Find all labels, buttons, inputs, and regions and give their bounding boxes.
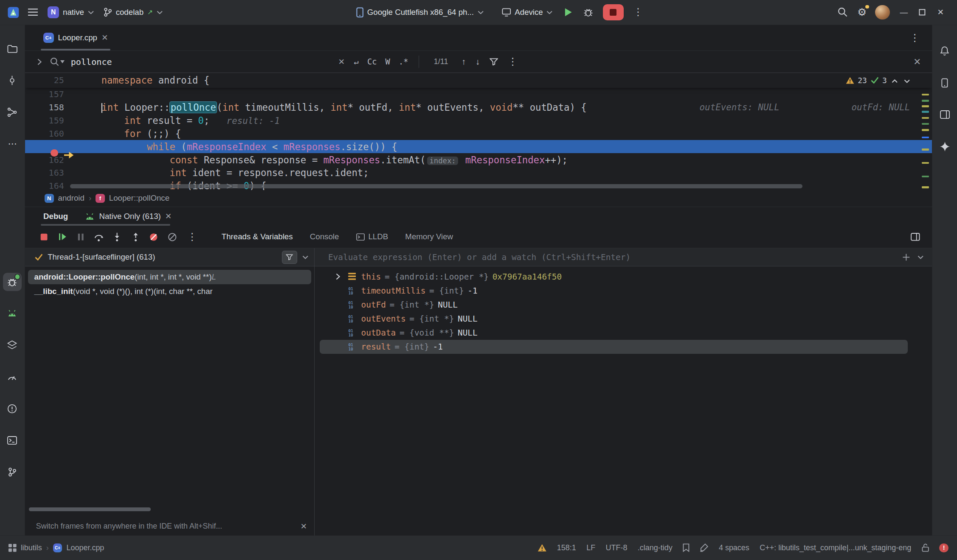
warning-icon[interactable] [538, 544, 547, 552]
cursor-position[interactable]: 158:1 [557, 543, 576, 552]
terminal-tool-icon[interactable] [3, 431, 21, 449]
next-problem-icon[interactable] [903, 76, 911, 85]
code-line-163[interactable]: 163 int ident = response.request.ident; [25, 166, 932, 179]
previous-match-icon[interactable]: ↑ [457, 57, 471, 67]
execution-line-161[interactable]: while (mResponseIndex < mResponses.size(… [25, 140, 932, 153]
code-line[interactable]: 157 [25, 88, 932, 101]
tab-lldb[interactable]: LLDB [356, 232, 388, 241]
editor-tab-looper[interactable]: C+ Looper.cpp ✕ [36, 25, 115, 50]
error-stripe[interactable] [921, 90, 929, 190]
whole-words-toggle[interactable]: W [381, 57, 394, 66]
structure-tool-icon[interactable] [3, 103, 21, 121]
inspection-widget[interactable]: 23 3 [846, 73, 912, 88]
search-everywhere-icon[interactable] [832, 7, 854, 17]
notifications-bell-icon[interactable] [935, 42, 954, 60]
clear-search-icon[interactable]: ✕ [333, 57, 350, 67]
error-notification-badge[interactable]: ! [939, 543, 949, 553]
filter-search-icon[interactable] [485, 58, 503, 65]
run-button[interactable] [557, 8, 578, 17]
code-line-162[interactable]: 162 const Response& response = mResponse… [25, 153, 932, 166]
debug-tool-icon[interactable] [3, 273, 21, 291]
status-module[interactable]: libutils [21, 543, 42, 552]
pause-icon[interactable] [73, 229, 88, 245]
highlight-icon[interactable] [700, 543, 708, 552]
next-match-icon[interactable]: ↓ [471, 57, 485, 67]
step-over-icon[interactable] [91, 229, 107, 245]
commit-tool-icon[interactable] [3, 71, 21, 90]
version-control-tool-icon[interactable] [3, 463, 21, 481]
running-devices-tool-icon[interactable] [3, 304, 21, 322]
newline-icon[interactable]: ↵ [350, 57, 363, 66]
code-editor[interactable]: 25 namespace android { 23 3 157 [25, 73, 932, 190]
debug-button[interactable] [578, 7, 598, 17]
vcs-branch-selector[interactable]: codelab ↗ [104, 8, 163, 17]
expand-chevron-icon[interactable] [333, 273, 343, 280]
indent-setting[interactable]: 4 spaces [719, 543, 749, 552]
layout-settings-icon[interactable] [908, 229, 923, 245]
filter-threads-button[interactable] [282, 251, 298, 264]
code-line-158[interactable]: 158 int Looper::pollOnce(int timeoutMill… [25, 101, 932, 114]
build-variants-tool-icon[interactable] [3, 336, 21, 354]
evaluate-input[interactable]: Evaluate expression (Enter) or add a wat… [328, 252, 895, 262]
tab-close-icon[interactable]: ✕ [101, 33, 108, 42]
user-avatar[interactable] [875, 5, 890, 20]
variable-row[interactable]: 0110 outData = {void **} NULL [320, 326, 908, 340]
bookmark-icon[interactable] [683, 543, 690, 552]
sticky-line[interactable]: 25 namespace android { 23 3 [25, 73, 932, 88]
close-button[interactable]: ✕ [932, 4, 950, 21]
code-line-159[interactable]: 159 int result = 0;result: -1 [25, 114, 932, 127]
thread-selector[interactable]: Thread-1-[surfaceflinger] (613) [25, 248, 314, 266]
dismiss-hint-icon[interactable]: ✕ [300, 522, 307, 531]
chevron-down-icon[interactable] [918, 255, 923, 259]
profiler-tool-icon[interactable] [3, 368, 21, 386]
search-options-icon[interactable]: ⋮ [503, 56, 523, 67]
more-tools-icon[interactable]: ⋯ [3, 135, 21, 153]
stack-frame[interactable]: android::Looper::pollOnce(int, int *, in… [28, 270, 311, 285]
stack-frame[interactable]: __libc_init(void *, void (*)(), int (*)(… [28, 284, 311, 299]
debug-session-tab[interactable]: Native Only (613) ✕ [85, 212, 172, 221]
clang-tidy[interactable]: .clang-tidy [638, 543, 673, 552]
close-find-icon[interactable]: ✕ [913, 56, 925, 67]
more-actions-icon[interactable]: ⋮ [628, 6, 648, 18]
problems-tool-icon[interactable] [3, 400, 21, 418]
status-file[interactable]: Looper.cpp [67, 543, 104, 552]
step-into-icon[interactable] [109, 229, 125, 245]
breadcrumb-namespace[interactable]: android [58, 193, 84, 203]
chevron-down-icon[interactable] [302, 255, 308, 259]
disable-watches-icon[interactable] [164, 229, 180, 245]
settings-button[interactable]: ⚙ [854, 6, 870, 18]
file-encoding[interactable]: UTF-8 [606, 543, 628, 552]
variable-row[interactable]: 0110 timeoutMillis = {int} -1 [320, 284, 908, 298]
expand-search-icon[interactable] [32, 59, 46, 65]
variable-row-this[interactable]: this = {android::Looper *} 0x7967aa146f5… [320, 270, 908, 284]
variable-row-selected[interactable]: 0110 result = {int} -1 [320, 340, 908, 354]
find-input[interactable]: pollonce [71, 57, 333, 67]
line-separator[interactable]: LF [586, 543, 595, 552]
toolchain-resolve[interactable]: C++: libutils_test_compile|...unk_stagin… [760, 543, 911, 552]
code-line-160[interactable]: 160 for (;;) { [25, 127, 932, 140]
search-icon[interactable] [50, 57, 65, 67]
maximize-button[interactable] [913, 4, 932, 21]
resume-icon[interactable] [54, 229, 70, 245]
variable-row[interactable]: 0110 outEvents = {int *} NULL [320, 312, 908, 326]
regex-toggle[interactable]: .* [394, 57, 413, 66]
editor-horizontal-scrollbar[interactable] [70, 184, 802, 188]
tab-console[interactable]: Console [310, 232, 339, 241]
close-session-icon[interactable]: ✕ [165, 212, 172, 221]
device-selector[interactable]: Google Cuttlefish x86_64 ph... [356, 7, 484, 17]
minimize-button[interactable]: — [895, 4, 913, 21]
prev-problem-icon[interactable] [890, 76, 899, 85]
project-selector[interactable]: N native [48, 6, 94, 18]
device-manager-icon[interactable] [935, 74, 954, 92]
tab-threads-variables[interactable]: Threads & Variables [222, 232, 293, 241]
running-devices-icon[interactable] [935, 106, 954, 124]
match-case-toggle[interactable]: Cc [363, 57, 381, 66]
main-menu-icon[interactable] [23, 8, 43, 16]
stop-process-icon[interactable] [36, 229, 52, 245]
add-watch-icon[interactable] [902, 253, 910, 261]
tab-memory-view[interactable]: Memory View [405, 232, 453, 241]
gemini-star-icon[interactable] [935, 137, 954, 155]
mute-breakpoints-icon[interactable] [146, 229, 162, 245]
step-out-icon[interactable] [127, 229, 143, 245]
project-tool-icon[interactable] [3, 39, 21, 58]
